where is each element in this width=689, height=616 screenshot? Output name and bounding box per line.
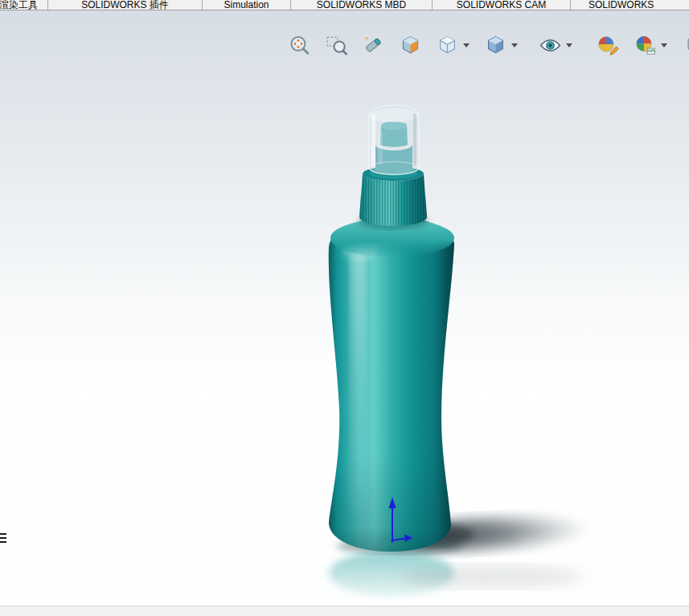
hide-show-items-dropdown[interactable] xyxy=(564,32,575,58)
edit-appearance-button[interactable] xyxy=(594,31,621,59)
command-manager-tabs: 渲染工具 SOLIDWORKS 插件 Simulation SOLIDWORKS… xyxy=(0,0,689,10)
horizontal-scrollbar[interactable] xyxy=(0,606,689,616)
tab-solidworks-inspection[interactable]: SOLIDWORKS xyxy=(571,0,689,10)
display-style-button[interactable] xyxy=(482,31,509,59)
floor-reflection xyxy=(329,551,582,596)
display-style-dropdown[interactable] xyxy=(509,32,520,58)
edit-appearance-ball-pencil-icon xyxy=(596,33,621,58)
view-settings-icon xyxy=(686,33,689,58)
view-orientation-cube-icon xyxy=(435,33,460,58)
previous-view-icon xyxy=(361,33,386,58)
heads-up-view-toolbar xyxy=(285,31,689,59)
tab-solidworks-addins[interactable]: SOLIDWORKS 插件 xyxy=(48,0,203,10)
chevron-down-icon xyxy=(511,43,518,47)
zoom-to-fit-button[interactable] xyxy=(285,31,313,59)
chevron-down-icon xyxy=(463,43,470,47)
view-orientation-button[interactable] xyxy=(433,31,461,59)
view-settings-button[interactable] xyxy=(684,31,689,59)
tab-render-tools[interactable]: 渲染工具 xyxy=(0,0,48,10)
graphics-area[interactable] xyxy=(0,10,689,616)
zoom-to-fit-icon xyxy=(287,33,312,58)
chevron-down-icon xyxy=(566,43,572,47)
tab-solidworks-cam[interactable]: SOLIDWORKS CAM xyxy=(433,0,571,10)
eye-icon xyxy=(538,33,563,58)
section-view-icon xyxy=(398,33,423,58)
hide-show-items-button[interactable] xyxy=(536,31,564,59)
section-view-button[interactable] xyxy=(396,31,424,59)
clipped-left-icon xyxy=(0,533,6,544)
display-style-cube-icon xyxy=(483,33,508,58)
bottle-collar xyxy=(359,166,427,226)
tab-solidworks-mbd[interactable]: SOLIDWORKS MBD xyxy=(291,0,433,10)
apply-scene-button[interactable] xyxy=(631,31,658,59)
chevron-down-icon xyxy=(661,43,667,47)
viewport-background xyxy=(0,10,689,606)
tab-simulation[interactable]: Simulation xyxy=(203,0,291,10)
zoom-to-area-button[interactable] xyxy=(322,31,350,59)
solidworks-window: 渲染工具 SOLIDWORKS 插件 Simulation SOLIDWORKS… xyxy=(0,0,689,616)
previous-view-button[interactable] xyxy=(359,31,387,59)
clear-overcap xyxy=(369,105,419,175)
apply-scene-ball-icon xyxy=(633,33,658,58)
view-orientation-dropdown[interactable] xyxy=(461,32,472,58)
apply-scene-dropdown[interactable] xyxy=(658,32,670,58)
zoom-to-area-icon xyxy=(324,33,349,58)
